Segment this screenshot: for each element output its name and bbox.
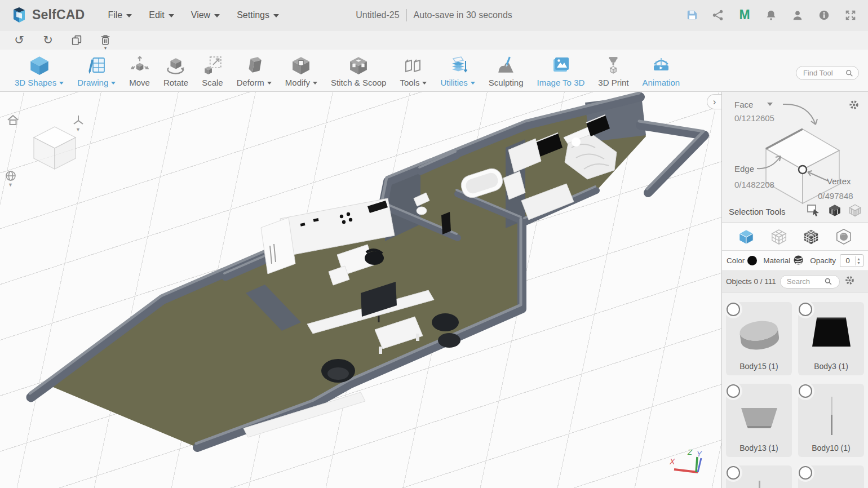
object-card-partial-1[interactable]: [726, 465, 792, 488]
objects-search-input[interactable]: [787, 277, 824, 286]
opacity-input[interactable]: [840, 256, 855, 265]
view-cube[interactable]: [34, 127, 76, 169]
tools-cubes-icon: [404, 55, 423, 76]
axis-triad: X Z Y: [665, 446, 716, 485]
tool-move[interactable]: Move: [122, 55, 157, 87]
object-card-body10[interactable]: Body10 (1): [798, 384, 864, 457]
save-icon[interactable]: [684, 8, 699, 23]
home-view-icon[interactable]: [7, 114, 19, 128]
face-label[interactable]: Face: [734, 100, 753, 109]
tool-scale[interactable]: Scale: [195, 55, 230, 87]
copy-icon[interactable]: [70, 33, 83, 47]
tool-sculpting[interactable]: Sculpting: [482, 55, 530, 87]
right-panel: Face 0/1212605 Edge 0/1482208 Vertex 0/4…: [721, 92, 868, 488]
tool-utilities[interactable]: Utilities: [433, 55, 481, 87]
tool-ribbon: 3D Shapes Drawing Move Rotate Scale Defo…: [0, 50, 868, 92]
search-icon[interactable]: [824, 277, 832, 286]
object-select-circle[interactable]: [727, 384, 740, 398]
selection-mode-row: [722, 223, 868, 251]
panel-collapse-button[interactable]: ›: [707, 94, 721, 109]
share-icon[interactable]: [711, 8, 725, 23]
menu-view[interactable]: View: [183, 0, 228, 30]
sculpting-icon: [497, 55, 516, 76]
floorplan-scene[interactable]: [0, 92, 721, 488]
object-card-partial-2[interactable]: [798, 465, 864, 488]
cube-region-select-icon[interactable]: [827, 203, 842, 218]
objects-search[interactable]: [780, 275, 840, 289]
cube-through-select-icon[interactable]: [848, 203, 862, 218]
marquee-select-icon[interactable]: [806, 203, 821, 218]
material-sphere-icon[interactable]: [793, 255, 804, 267]
tool-deform[interactable]: Deform: [230, 55, 278, 87]
tool-rotate[interactable]: Rotate: [157, 55, 195, 87]
myminifactory-icon[interactable]: M: [737, 8, 752, 23]
object-select-circle[interactable]: [799, 466, 812, 480]
object-select-circle[interactable]: [727, 303, 740, 316]
redo-icon[interactable]: ↻: [41, 33, 55, 47]
3d-viewport[interactable]: ▼ ▼ X Z Y ›: [0, 92, 721, 488]
menu-edit[interactable]: Edit: [140, 0, 183, 30]
object-card-body13[interactable]: Body13 (1): [726, 384, 792, 457]
gear-icon[interactable]: [844, 274, 856, 289]
tool-3d-shapes[interactable]: 3D Shapes: [8, 55, 70, 87]
object-select-circle[interactable]: [727, 466, 740, 480]
object-card-body15[interactable]: Body15 (1): [726, 302, 792, 375]
chevron-down-icon: [267, 82, 272, 85]
vertex-label[interactable]: Vertex: [827, 176, 851, 186]
tool-image-to-3d[interactable]: Image To 3D: [530, 55, 592, 87]
animation-carousel-icon: [651, 55, 671, 76]
chevron-down-icon: [422, 82, 427, 85]
mode-solid-cube-icon[interactable]: [738, 228, 755, 245]
fullscreen-icon[interactable]: [843, 8, 858, 23]
object-card-body3[interactable]: Body3 (1): [798, 302, 864, 375]
chevron-down-icon: [313, 82, 317, 85]
app-logo[interactable]: SelfCAD: [10, 6, 85, 24]
axis-x-label: X: [669, 457, 675, 466]
chevron-down-icon[interactable]: ▼: [76, 127, 81, 132]
color-swatch[interactable]: [747, 256, 757, 265]
info-icon[interactable]: [817, 8, 831, 23]
stepper-arrows[interactable]: ▲▼: [855, 256, 862, 265]
find-tool-input[interactable]: [803, 69, 845, 77]
chevron-down-icon: [59, 82, 64, 85]
move-arrows-icon: [130, 55, 149, 76]
modify-icon: [291, 55, 311, 76]
cube-icon: [29, 55, 50, 76]
tool-animation[interactable]: Animation: [636, 55, 687, 87]
document-title-group: Untitled-25 Auto-save in 30 seconds: [356, 0, 512, 30]
door-shadow: [441, 212, 451, 234]
chevron-down-icon[interactable]: ▼: [8, 182, 13, 188]
objects-list: Body15 (1) Body3 (1) Body13 (1) Body10 (…: [722, 292, 868, 488]
autosave-status: Auto-save in 30 seconds: [414, 10, 512, 20]
menu-settings[interactable]: Settings: [228, 0, 287, 30]
selfcad-logo-icon: [10, 6, 28, 24]
search-icon[interactable]: [845, 69, 854, 78]
mode-sphere-cube-icon[interactable]: [835, 228, 852, 245]
tool-3d-print[interactable]: 3D Print: [591, 55, 635, 87]
appearance-row: Color Material Opacity ▲▼: [722, 251, 868, 271]
account-person-icon[interactable]: [790, 8, 805, 23]
scale-icon: [203, 55, 222, 76]
document-title[interactable]: Untitled-25: [356, 10, 399, 20]
vertex-count: 0/497848: [818, 191, 853, 201]
opacity-stepper[interactable]: ▲▼: [840, 254, 863, 267]
menu-file[interactable]: File: [99, 0, 140, 30]
undo-icon[interactable]: ↺: [12, 33, 26, 47]
notifications-bell-icon[interactable]: [764, 8, 778, 23]
mode-wireframe-cube-icon[interactable]: [770, 228, 787, 245]
mode-voxel-cube-icon[interactable]: [803, 228, 820, 245]
armchair-1[interactable]: [321, 359, 355, 383]
title-divider: [406, 9, 407, 21]
edge-label[interactable]: Edge: [734, 164, 754, 174]
quick-action-bar: ↺ ↻ ▾: [0, 30, 868, 50]
tool-modify[interactable]: Modify: [278, 55, 324, 87]
object-select-circle[interactable]: [799, 303, 812, 316]
tool-drawing[interactable]: Drawing: [70, 55, 122, 87]
tool-stitch-scoop[interactable]: Stitch & Scoop: [324, 55, 393, 87]
color-label: Color: [727, 256, 745, 265]
object-select-circle[interactable]: [799, 384, 812, 398]
find-tool-search[interactable]: [796, 66, 859, 80]
delete-trash-icon[interactable]: ▾: [99, 33, 112, 47]
tool-tools[interactable]: Tools: [393, 55, 433, 87]
chevron-down-icon: [273, 14, 279, 17]
